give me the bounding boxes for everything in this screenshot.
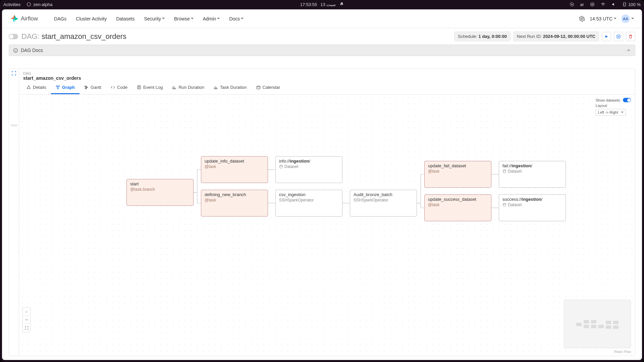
tab-details[interactable]: Details [22,81,51,94]
activities-button[interactable]: Activities [3,2,20,7]
dag-title: DAG: start_amazon_csv_orders [21,32,126,41]
volume-icon[interactable] [611,2,616,7]
delete-dag-button[interactable] [626,32,635,41]
svg-point-3 [592,4,593,5]
svg-point-4 [591,3,594,6]
svg-rect-16 [257,86,260,89]
nav-item-dags[interactable]: DAGs [50,13,70,24]
battery-indicator[interactable]: 100 % [622,2,641,7]
refresh-dag-button[interactable] [614,32,623,41]
svg-point-18 [503,170,506,171]
tab-task-duration[interactable]: Task Duration [209,81,251,94]
schedule-pill[interactable]: Schedule: 1 day, 0:00:00 [454,32,511,41]
user-avatar[interactable]: AA [621,14,630,23]
react-flow-attribution: React Flow [614,350,631,354]
svg-point-0 [27,3,31,6]
svg-rect-9 [56,86,57,87]
os-topbar: Activities zen-alpha 17:53:55 سبت 13 ar … [0,0,644,9]
dag-docs-strip[interactable]: DAG Docs [9,45,635,56]
svg-point-17 [280,165,282,166]
svg-point-6 [581,18,583,19]
node-csv_ingestion[interactable]: csv_ingestionSSHSparkOperator [275,190,342,217]
node-update_fail[interactable]: update_fail_dataset@task [424,161,491,188]
info-icon [13,48,18,53]
system-gear-icon[interactable] [590,2,595,7]
node-update_success[interactable]: update_success_dataset@task [424,194,491,221]
tab-graph[interactable]: Graph [51,81,79,94]
node-fail_ds[interactable]: fail://ingestion/Dataset [499,161,566,188]
dag-enable-toggle[interactable] [9,34,18,39]
node-update_info[interactable]: update_info_dataset@task [201,156,268,183]
minimap[interactable] [564,300,631,348]
nav-settings-icon[interactable] [579,16,585,22]
nav-item-security[interactable]: Security [140,13,169,24]
tab-calendar[interactable]: Calendar [252,81,285,94]
node-audit[interactable]: Audit_bronze_batchSSHSparkOperator [350,190,417,217]
airflow-logo[interactable]: Airflow [10,14,38,23]
tab-event-log[interactable]: Event Log [132,81,168,94]
nav-item-admin[interactable]: Admin [199,13,224,24]
trigger-dag-button[interactable] [602,32,611,41]
svg-rect-12 [85,86,87,87]
dag-header: DAG: start_amazon_csv_orders Schedule: 1… [2,28,642,45]
tab-code[interactable]: Code [106,81,132,94]
app-indicator[interactable]: zen-alpha [26,2,52,7]
chevron-up-icon [626,48,631,53]
view-tabs: DetailsGraphGanttCodeEvent LogRun Durati… [19,81,635,95]
airflow-window: Airflow DAGsCluster ActivityDatasetsSecu… [2,9,642,360]
node-defining_new_branch[interactable]: defining_new_branch@task [201,190,268,217]
layout-select[interactable]: Left -> Right [596,109,626,116]
node-start[interactable]: start@task.branch [126,179,194,206]
node-info_ds[interactable]: info://ingestion/Dataset [275,156,342,183]
settings-gear-icon[interactable] [570,2,574,7]
os-lang[interactable]: ar [580,2,584,7]
nav-item-datasets[interactable]: Datasets [112,13,139,24]
tab-run-duration[interactable]: Run Duration [167,81,209,94]
left-rail [9,69,19,356]
nav-item-browse[interactable]: Browse [170,13,198,24]
svg-rect-14 [85,88,87,89]
tab-gantt[interactable]: Gantt [79,81,106,94]
os-date: سبت 13 [320,2,336,7]
breadcrumb: DAG start_amazon_csv_orders [19,69,635,81]
zoom-in-button[interactable]: + [23,308,30,316]
expand-icon[interactable] [11,71,16,76]
zoom-controls: + − [22,307,31,332]
notifications-muted-icon[interactable] [339,2,344,7]
graph-canvas[interactable]: start@task.branchupdate_info_dataset@tas… [19,95,635,356]
airflow-navbar: Airflow DAGsCluster ActivityDatasetsSecu… [2,9,642,28]
zoom-out-button[interactable]: − [23,316,30,324]
node-success_ds[interactable]: success://ingestion/Dataset [499,194,566,221]
zoom-fit-button[interactable] [23,324,30,332]
graph-controls: Show datasets: Layout: Left -> Right [596,98,631,116]
main-panel: DAG start_amazon_csv_orders DetailsGraph… [9,68,635,356]
svg-point-2 [571,4,573,5]
svg-rect-13 [86,87,88,88]
nav-item-cluster-activity[interactable]: Cluster Activity [72,13,111,24]
next-run-pill[interactable]: Next Run ID: 2024-09-12, 00:00:00 UTC [513,32,599,41]
nav-item-docs[interactable]: Docs [225,13,248,24]
show-datasets-toggle[interactable] [623,98,631,102]
os-clock: 17:53:55 [300,2,317,7]
svg-point-19 [503,203,506,204]
svg-rect-11 [57,88,58,89]
nav-clock: 14:53 UTC [590,16,616,21]
svg-rect-10 [58,86,59,87]
wifi-icon[interactable] [601,2,605,7]
